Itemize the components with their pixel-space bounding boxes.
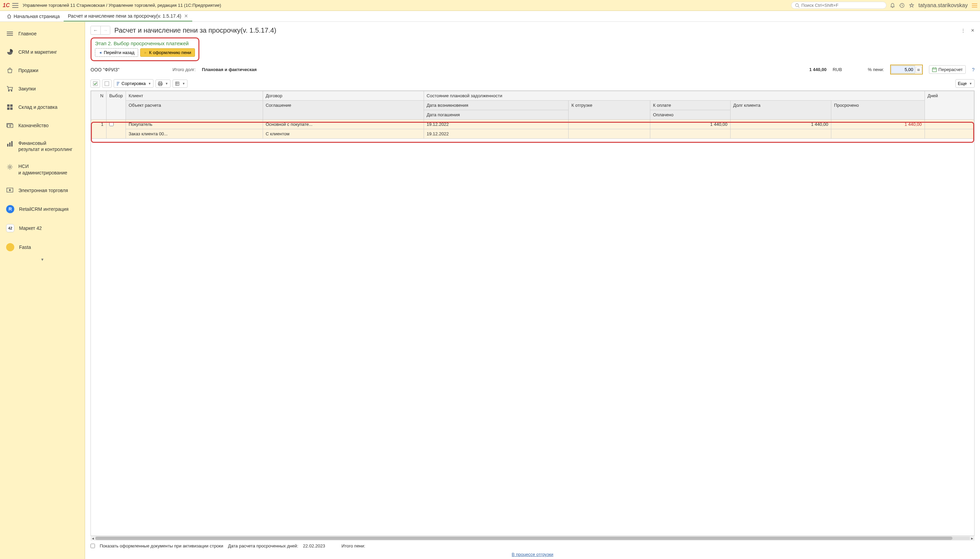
help-icon[interactable]: ?: [972, 67, 975, 73]
sidebar-item-purchases[interactable]: Закупки: [0, 79, 85, 98]
bell-icon[interactable]: [890, 3, 895, 8]
table-row[interactable]: 1 Покупатель Основной с покупате... 19.1…: [91, 120, 974, 129]
scroll-thumb[interactable]: [95, 537, 952, 540]
sort-label: Сортировка: [121, 81, 146, 86]
cell-select[interactable]: [106, 120, 126, 139]
list-icon: [6, 30, 13, 37]
sidebar-item-fasta[interactable]: Fasta: [0, 238, 85, 257]
scroll-left-icon[interactable]: ◄: [91, 537, 95, 540]
sidebar-item-ecommerce[interactable]: Электронная торговля: [0, 181, 85, 200]
sidebar-item-market42[interactable]: 42 Маркет 42: [0, 218, 85, 238]
row-checkbox[interactable]: [109, 122, 114, 126]
sidebar-item-retailcrm[interactable]: R RetailCRM интеграция: [0, 200, 85, 218]
cell-calc-object: Заказ клиента 00...: [126, 129, 263, 139]
col-n[interactable]: N: [91, 91, 106, 120]
search-input[interactable]: [801, 3, 883, 8]
col-select[interactable]: Выбор: [106, 91, 126, 120]
table-row[interactable]: Заказ клиента 00... С клиентом 19.12.202…: [91, 129, 974, 139]
main-header: ← → Расчет и начисление пени за просрочк…: [85, 22, 980, 37]
svg-rect-11: [7, 104, 10, 107]
pct-input[interactable]: [891, 66, 915, 73]
cell-empty: [730, 129, 831, 139]
arrow-left-icon: ◄: [99, 51, 102, 55]
bag-icon: [6, 67, 13, 74]
home-icon: [7, 14, 12, 19]
col-client-debt[interactable]: Долг клиента: [730, 101, 831, 120]
col-overdue[interactable]: Просрочено: [831, 101, 925, 120]
history-icon[interactable]: [899, 3, 905, 8]
sidebar-item-treasury[interactable]: Казначейство: [0, 116, 85, 135]
show-docs-checkbox[interactable]: [91, 544, 95, 548]
stage-title: Этап 2. Выбор просроченных платежей: [95, 40, 195, 46]
grid-icon: [6, 103, 13, 111]
svg-point-21: [9, 166, 11, 168]
col-client[interactable]: Клиент: [126, 91, 263, 101]
active-tab[interactable]: Расчет и начисление пени за просрочку(v.…: [64, 11, 192, 22]
col-to-pay[interactable]: К оплате: [650, 101, 731, 110]
back-button-label: Перейти назад: [104, 50, 134, 55]
sidebar-item-nsi[interactable]: НСИ и администрирование: [0, 158, 85, 181]
sidebar-item-crm[interactable]: CRM и маркетинг: [0, 43, 85, 61]
nav-forward-button[interactable]: →: [100, 26, 110, 34]
more-button[interactable]: Еще▼: [955, 79, 975, 88]
svg-point-9: [8, 91, 10, 91]
layout: Главное CRM и маркетинг Продажи Закупки …: [0, 22, 980, 559]
fasta-icon: [6, 243, 14, 251]
sort-button[interactable]: Сортировка▼: [114, 79, 153, 88]
sidebar-item-warehouse[interactable]: Склад и доставка: [0, 98, 85, 116]
cell-days: [925, 120, 974, 129]
username[interactable]: tatyana.starikovskay: [919, 2, 968, 8]
show-docs-label: Показать оформленные документы при актив…: [100, 543, 223, 549]
col-date-occur[interactable]: Дата возникновения: [424, 101, 569, 110]
col-contract[interactable]: Договор: [263, 91, 424, 101]
cell-n: 1: [91, 120, 106, 139]
tab-close-icon[interactable]: ✕: [184, 13, 188, 19]
sidebar-item-sales[interactable]: Продажи: [0, 61, 85, 79]
svg-point-0: [796, 3, 799, 7]
col-calc-object[interactable]: Объект расчета: [126, 101, 263, 120]
scroll-track[interactable]: [95, 537, 970, 540]
horizontal-scrollbar[interactable]: ◄ ►: [91, 536, 975, 541]
print-button[interactable]: ▼: [156, 79, 171, 88]
more-vert-icon[interactable]: ⋮: [961, 28, 965, 33]
main-menu-icon[interactable]: [12, 3, 18, 8]
scroll-right-icon[interactable]: ►: [970, 537, 975, 540]
cell-overdue: 1 440,00: [831, 120, 925, 129]
col-agreement[interactable]: Соглашение: [263, 101, 424, 120]
col-paid[interactable]: Оплачено: [650, 110, 731, 120]
search-box[interactable]: [791, 2, 886, 9]
forward-button[interactable]: ►К оформлению пени: [140, 48, 195, 57]
stage-box: Этап 2. Выбор просроченных платежей ◄Пер…: [91, 37, 199, 61]
col-date-repay[interactable]: Дата погашения: [424, 110, 569, 120]
svg-rect-20: [11, 141, 13, 147]
chevron-down-icon[interactable]: ▼: [0, 257, 85, 262]
col-plan-state[interactable]: Состояние плановой задолженности: [424, 91, 925, 101]
col-days[interactable]: Дней: [925, 91, 974, 120]
check-all-button[interactable]: [91, 79, 100, 88]
col-to-ship[interactable]: К отгрузке: [569, 101, 650, 120]
shipping-link[interactable]: В процессе отгрузки: [512, 552, 553, 557]
nav-back-button[interactable]: ←: [91, 26, 100, 34]
money-icon: [6, 122, 13, 129]
calculator-icon[interactable]: ▦: [916, 67, 922, 73]
sidebar: Главное CRM и маркетинг Продажи Закупки …: [0, 22, 85, 559]
sidebar-item-label: RetailCRM интеграция: [19, 207, 68, 212]
back-button[interactable]: ◄Перейти назад: [95, 48, 138, 57]
menu-lines-icon[interactable]: [972, 3, 977, 8]
svg-rect-13: [7, 108, 10, 110]
uncheck-all-button[interactable]: [102, 79, 112, 88]
recalc-button[interactable]: Перерасчет: [929, 65, 966, 74]
close-page-icon[interactable]: ✕: [971, 28, 975, 33]
pie-icon: [6, 48, 13, 56]
star-icon[interactable]: [909, 3, 914, 8]
cart-icon: [6, 85, 13, 93]
footer-link-row: В процессе отгрузки: [85, 550, 980, 559]
table-wrap: N Выбор Клиент Договор Состояние планово…: [91, 91, 975, 536]
sidebar-item-finresult[interactable]: Финансовый результат и контроллинг: [0, 135, 85, 158]
dropdown-icon: ▼: [148, 82, 151, 85]
sidebar-item-main[interactable]: Главное: [0, 25, 85, 43]
calc-date-label: Дата расчета просроченных дней:: [228, 543, 298, 549]
home-tab[interactable]: Начальная страница: [3, 11, 64, 22]
tabs-row: Начальная страница Расчет и начисление п…: [0, 11, 980, 22]
export-button[interactable]: ▼: [172, 79, 187, 88]
